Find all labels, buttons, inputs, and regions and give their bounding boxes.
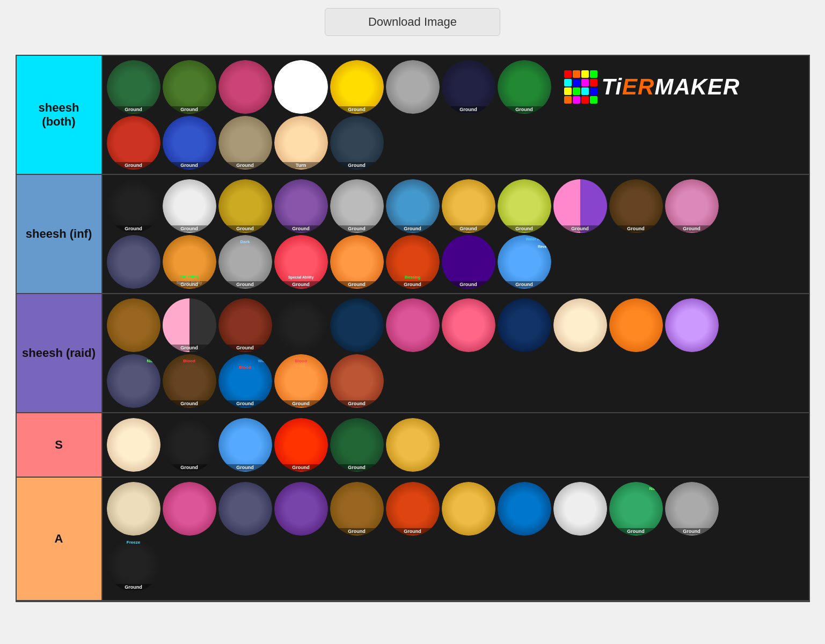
list-item: Turn bbox=[274, 116, 328, 170]
list-item bbox=[609, 298, 663, 352]
tiermaker-text: TiERMAKER bbox=[602, 74, 740, 100]
list-item: Ground bbox=[665, 179, 719, 233]
tier-content-sheesh-inf: Ground Ground Ground Ground Ground Groun… bbox=[103, 175, 809, 293]
list-item: Ground bbox=[665, 482, 719, 536]
list-item: Ground bbox=[609, 179, 663, 233]
tier-label-s: S bbox=[17, 413, 103, 477]
list-item: Special AbilityGround bbox=[274, 235, 328, 289]
list-item bbox=[386, 60, 440, 114]
list-item: Ground bbox=[218, 298, 272, 352]
list-item: BloodGround bbox=[163, 354, 216, 408]
tiermaker-logo: TiERMAKER bbox=[553, 60, 751, 114]
list-item bbox=[553, 298, 607, 352]
list-item: Ground bbox=[163, 298, 216, 352]
list-item: Ground bbox=[274, 179, 328, 233]
tier-content-sheesh-raid: Ground Ground Natur BloodGround WaterBlo… bbox=[103, 294, 809, 412]
list-item: Ground bbox=[498, 60, 551, 114]
tier-label-sheesh-inf: sheesh (inf) bbox=[17, 175, 103, 293]
tier-list-container: sheesh(both) Ground Ground Ground Ground… bbox=[16, 55, 810, 602]
list-item bbox=[274, 298, 328, 352]
list-item: Ground bbox=[330, 418, 384, 472]
list-item bbox=[498, 298, 551, 352]
list-item: Ground bbox=[330, 60, 384, 114]
list-item bbox=[218, 60, 272, 114]
list-item: Ground bbox=[442, 235, 495, 289]
list-item: FreezeGround bbox=[107, 538, 160, 591]
list-item: NaturGround bbox=[609, 482, 663, 536]
list-item: Ground bbox=[330, 116, 384, 170]
list-item bbox=[665, 298, 719, 352]
list-item: Ground bbox=[442, 179, 495, 233]
list-item: DarkGround bbox=[218, 235, 272, 289]
list-item bbox=[553, 482, 607, 536]
list-item: Ground bbox=[442, 60, 495, 114]
tier-content-a: Ground Ground NaturGround Ground FreezeG… bbox=[103, 478, 809, 600]
tier-row-s: S Ground Ground Ground Ground bbox=[17, 413, 809, 478]
download-button[interactable]: Download Image bbox=[325, 8, 500, 36]
list-item: FireGround bbox=[330, 235, 384, 289]
tier-content-sheesh-both: Ground Ground Ground Ground Ground bbox=[103, 56, 809, 174]
list-item: Ground bbox=[498, 179, 551, 233]
list-item bbox=[107, 482, 160, 536]
list-item: Ground bbox=[107, 116, 160, 170]
list-item bbox=[218, 482, 272, 536]
list-item bbox=[386, 418, 440, 472]
list-item bbox=[107, 235, 160, 289]
list-item: FireBlessingGround bbox=[386, 235, 440, 289]
list-item: Ground bbox=[218, 418, 272, 472]
list-item bbox=[442, 482, 495, 536]
list-item bbox=[163, 482, 216, 536]
list-item bbox=[274, 60, 328, 114]
list-item: Ground bbox=[274, 418, 328, 472]
list-item: Ground bbox=[163, 418, 216, 472]
tier-row-sheesh-both: sheesh(both) Ground Ground Ground Ground… bbox=[17, 56, 809, 175]
list-item: Ground bbox=[386, 179, 440, 233]
list-item: Water AffinityRevealGround bbox=[498, 235, 551, 289]
list-item: Natur bbox=[107, 354, 160, 408]
list-item bbox=[386, 298, 440, 352]
list-item bbox=[107, 298, 160, 352]
list-item bbox=[107, 418, 160, 472]
tier-label-a: A bbox=[17, 478, 103, 600]
list-item: BloodGround bbox=[274, 354, 328, 408]
list-item: BlessingSpecial AbilityGround bbox=[163, 235, 216, 289]
list-item: Ground bbox=[107, 179, 160, 233]
download-bar: Download Image bbox=[0, 0, 825, 44]
list-item: Ground bbox=[107, 60, 160, 114]
list-item bbox=[330, 298, 384, 352]
tier-content-s: Ground Ground Ground Ground bbox=[103, 413, 809, 477]
list-item: Ground bbox=[330, 482, 384, 536]
tier-label-sheesh-raid: sheesh (raid) bbox=[17, 294, 103, 412]
list-item: WaterBloodGround bbox=[218, 354, 272, 408]
list-item bbox=[274, 482, 328, 536]
list-item bbox=[498, 482, 551, 536]
tier-row-a: A Ground Ground NaturGround Ground Freez… bbox=[17, 478, 809, 601]
list-item: Ground bbox=[163, 60, 216, 114]
list-item: Ground bbox=[218, 179, 272, 233]
list-item: Ground bbox=[330, 354, 384, 408]
tier-row-sheesh-inf: sheesh (inf) Ground Ground Ground Ground… bbox=[17, 175, 809, 294]
list-item bbox=[442, 298, 495, 352]
tier-label-sheesh-both: sheesh(both) bbox=[17, 56, 103, 174]
list-item: Ground bbox=[163, 179, 216, 233]
list-item: Ground bbox=[553, 179, 607, 233]
list-item: Ground bbox=[163, 116, 216, 170]
list-item: Ground bbox=[330, 179, 384, 233]
list-item: Ground bbox=[218, 116, 272, 170]
tier-row-sheesh-raid: sheesh (raid) Ground Ground Natur BloodG… bbox=[17, 294, 809, 413]
list-item: Ground bbox=[386, 482, 440, 536]
